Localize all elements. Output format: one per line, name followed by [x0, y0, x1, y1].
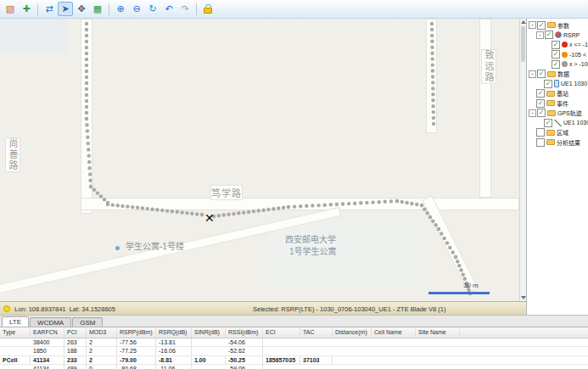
tree-expander[interactable]: -: [529, 70, 536, 78]
tree-item[interactable]: ✓x <= -105: [527, 40, 588, 50]
table-cell: -13.81: [156, 338, 192, 346]
column-header[interactable]: EARFCN: [31, 327, 64, 338]
column-header[interactable]: RSSI(dBm): [226, 327, 263, 338]
tree-checkbox[interactable]: ✓: [544, 80, 552, 88]
tree-label: 事件: [557, 99, 568, 108]
layer-tree-panel: -✓参数-✓RSRP✓x <= -105✓-105 < x <= -100✓x …: [526, 19, 588, 315]
table-cell: 41134: [31, 365, 64, 369]
map-vertical-scrollbar[interactable]: [519, 19, 526, 301]
add-layer-icon[interactable]: ✚: [19, 2, 34, 16]
tree-item[interactable]: -✓RSRP: [527, 31, 588, 41]
folder-icon: [547, 22, 556, 28]
tree-item[interactable]: ✓UE1 1030_0706-103040: [527, 79, 588, 89]
tree-item[interactable]: ✓x > -100: [527, 59, 588, 70]
tree-label: 区域: [557, 128, 568, 137]
table-row[interactable]: PCell411342332-79.00-8.811.00-50.2518565…: [0, 356, 588, 365]
tab-gsm[interactable]: GSM: [72, 317, 103, 327]
folder-icon: [547, 110, 556, 116]
poi-label: 学生公寓-1号楼: [126, 239, 184, 252]
zoom-out-icon[interactable]: ⊖: [129, 2, 144, 16]
tree-item[interactable]: ✓-105 < x <= -100: [527, 50, 588, 60]
tree-checkbox[interactable]: ✓: [544, 119, 552, 127]
table-cell: 2: [87, 338, 117, 346]
toolbar-icons: ▧✚⇄➤✥▦⊕⊖↻↶↷: [3, 2, 216, 16]
tree-expander[interactable]: -: [529, 21, 536, 29]
tree-checkbox[interactable]: [536, 128, 545, 137]
select-cursor-icon[interactable]: ➤: [58, 2, 73, 16]
tree-item[interactable]: -✓数据: [527, 70, 588, 80]
route-icon: [554, 120, 562, 126]
tree-checkbox[interactable]: ✓: [552, 41, 560, 49]
table-cell: 41134: [31, 356, 64, 364]
tree-item[interactable]: 分析结果: [527, 137, 588, 148]
tree-expander[interactable]: -: [529, 109, 536, 117]
tree-item[interactable]: ✓UE1 1030_0706-103040: [527, 118, 588, 128]
tree-item[interactable]: ✓事件: [527, 98, 588, 109]
layer-tree: -✓参数-✓RSRP✓x <= -105✓-105 < x <= -100✓x …: [527, 20, 588, 148]
tree-checkbox[interactable]: ✓: [537, 70, 546, 78]
zoom-in-icon[interactable]: ⊕: [113, 2, 128, 16]
column-header[interactable]: RSRQ(dB): [156, 327, 192, 338]
table-row[interactable]: 384002632-77.56-13.81-54.06: [0, 338, 588, 347]
tree-checkbox[interactable]: ✓: [552, 60, 560, 69]
redo-icon[interactable]: ↷: [177, 2, 193, 16]
toolbar: ▧✚⇄➤✥▦⊕⊖↻↶↷: [0, 0, 588, 19]
column-header[interactable]: PCI: [64, 327, 87, 338]
tree-checkbox[interactable]: ✓: [537, 21, 546, 30]
table-cell: 1850: [31, 347, 64, 355]
undo-icon[interactable]: ↶: [161, 2, 176, 16]
legend-grid-icon[interactable]: ▦: [90, 2, 105, 16]
poi-label: 西安邮电大学: [285, 232, 336, 245]
table-cell: 2: [87, 347, 117, 355]
table-cell: 188: [64, 347, 87, 355]
tab-wcdma[interactable]: WCDMA: [30, 317, 71, 327]
tree-item[interactable]: ✓基站: [527, 89, 588, 99]
column-header[interactable]: ECI: [263, 327, 300, 338]
tree-checkbox[interactable]: ✓: [545, 31, 553, 39]
tree-checkbox[interactable]: ✓: [536, 89, 545, 98]
scrollbar-thumb[interactable]: [521, 26, 525, 62]
folder-icon: [546, 139, 555, 145]
lock-icon[interactable]: [200, 2, 216, 16]
table-cell: 1.00: [192, 356, 226, 364]
phone-icon: [554, 80, 559, 87]
toolbar-separator: [37, 3, 38, 15]
lon-value: 108.8937841: [29, 305, 66, 313]
table-cell: 0: [87, 365, 117, 369]
tree-expander[interactable]: -: [536, 31, 544, 39]
column-header[interactable]: TAC: [300, 327, 333, 338]
selected-point-marker[interactable]: ✕: [204, 211, 215, 225]
column-header[interactable]: SINR(dB): [192, 327, 226, 338]
tree-item[interactable]: -✓参数: [527, 20, 588, 31]
tree-checkbox[interactable]: ✓: [552, 50, 560, 59]
column-header[interactable]: RSRP(dBm): [117, 327, 156, 338]
application-window: ▧✚⇄➤✥▦⊕⊖↻↶↷ 尚善路笃学路致远路学生公寓-1号楼西安邮电大学1号学生公…: [0, 0, 588, 369]
folder-icon: [546, 130, 555, 136]
column-header[interactable]: Type: [0, 327, 31, 338]
column-header[interactable]: Cell Name: [372, 327, 416, 338]
column-header[interactable]: Distance(m): [333, 327, 372, 338]
gps-status-icon: [3, 305, 10, 312]
pan-icon[interactable]: ✥: [74, 2, 89, 16]
folder-icon: [546, 100, 555, 106]
tree-item[interactable]: -✓GPS轨迹: [527, 109, 588, 119]
tab-lte[interactable]: LTE: [2, 316, 29, 327]
road-label: 尚善路: [5, 137, 20, 172]
tree-label: UE1 1030_0706-103040: [561, 81, 588, 87]
tree-checkbox[interactable]: [536, 138, 545, 147]
tree-checkbox[interactable]: ✓: [536, 99, 545, 108]
table-cell: -80.68: [117, 365, 156, 369]
column-header[interactable]: MOD3: [87, 327, 117, 338]
swap-view-icon[interactable]: ⇄: [42, 2, 57, 16]
column-header[interactable]: Site Name: [416, 327, 460, 338]
table-row[interactable]: 411344890-80.68-11.06-59.06: [0, 365, 588, 369]
open-map-icon[interactable]: ▧: [3, 2, 18, 16]
table-row[interactable]: 18501882-77.25-16.06-52.62: [0, 347, 588, 355]
tree-item[interactable]: 区域: [527, 128, 588, 138]
table-header: TypeEARFCNPCIMOD3RSRP(dBm)RSRQ(dB)SINR(d…: [0, 327, 588, 338]
tree-checkbox[interactable]: ✓: [537, 109, 546, 117]
table-cell: 37103: [300, 356, 333, 364]
map-canvas[interactable]: 尚善路笃学路致远路学生公寓-1号楼西安邮电大学1号学生公寓 30 m ✕: [0, 19, 519, 301]
refresh-icon[interactable]: ↻: [145, 2, 160, 16]
poi-dot: [115, 246, 120, 250]
